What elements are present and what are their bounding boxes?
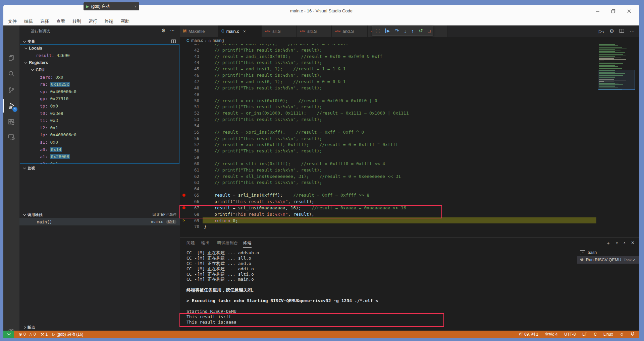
run-debug-icon[interactable]: 1 xyxy=(3,99,19,113)
gutter-glyph-margin[interactable] xyxy=(180,211,189,217)
gutter-glyph-margin[interactable] xyxy=(180,129,189,135)
gutter-glyph-margin[interactable] xyxy=(180,173,189,180)
code-line-52[interactable]: 52 // result = or_ins(0x1000, 0x1111); /… xyxy=(180,110,639,116)
breadcrumb-symbol[interactable]: main() xyxy=(213,38,224,43)
gutter-glyph-margin[interactable] xyxy=(180,135,189,142)
gutter-glyph-margin[interactable] xyxy=(180,123,189,129)
register-row-s1[interactable]: s1:0x0 xyxy=(20,139,179,146)
stack-frame-row[interactable]: main() main.c 69:1 xyxy=(19,218,180,225)
terminal-dropdown-icon[interactable]: ∨ xyxy=(616,241,618,246)
remote-explorer-icon[interactable] xyxy=(3,130,19,144)
code-line-48[interactable]: 48 // printf("This result is:%d\n", resu… xyxy=(180,85,639,91)
code-line-49[interactable]: 49 xyxy=(180,91,639,97)
gutter-glyph-margin[interactable] xyxy=(180,110,189,116)
register-row-fp[interactable]: fp:0x408006e0 xyxy=(20,131,179,139)
variable-row-result[interactable]: result:43690 xyxy=(20,52,179,59)
split-editor-icon[interactable] xyxy=(620,28,624,34)
eol[interactable]: LF xyxy=(582,332,587,337)
close-panel-icon[interactable]: ✕ xyxy=(631,240,635,246)
gutter-glyph-margin[interactable] xyxy=(180,47,189,53)
terminal-output[interactable]: CC -[M] 正在构建 ... addsub.oCC -[M] 正在构建 ..… xyxy=(186,250,378,325)
register-row-sp[interactable]: sp:0x408006c0 xyxy=(20,88,179,95)
menu-item-4[interactable]: 转到 xyxy=(72,18,81,24)
gutter-glyph-margin[interactable] xyxy=(180,198,189,205)
remote-indicator[interactable]: >< xyxy=(3,331,14,338)
step-over-icon[interactable]: ↷ xyxy=(395,28,399,34)
code-line-42[interactable]: 42 // printf("This result is:%d\n", resu… xyxy=(180,47,639,53)
gutter-glyph-margin[interactable] xyxy=(180,60,189,66)
code-line-58[interactable]: 58 // printf("This result is:%x\n", resu… xyxy=(180,148,639,154)
maximize-button[interactable] xyxy=(611,9,615,13)
register-row-a1[interactable]: a1:0x28008 xyxy=(20,153,179,160)
code-line-53[interactable]: 53 // printf("This result is:%x\n", resu… xyxy=(180,116,639,123)
gutter-glyph-margin[interactable] xyxy=(180,53,189,60)
code-line-65[interactable]: 65 result = srli_ins(0xffff); //result =… xyxy=(180,192,639,198)
cursor-position[interactable]: 行 69, 列 1 xyxy=(519,332,538,337)
debug-session-status[interactable]: ▷(gdb) 启动 (16) xyxy=(52,332,84,337)
problems-status[interactable]: ⊗0 △0 xyxy=(19,332,36,337)
code-line-64[interactable]: 64 xyxy=(180,186,639,192)
extensions-icon[interactable] xyxy=(3,115,19,129)
debug-settings-gear-icon[interactable]: ⚙ xyxy=(161,28,166,33)
close-icon[interactable]: × xyxy=(243,29,246,34)
os-indicator[interactable]: Linux xyxy=(603,332,613,337)
explorer-icon[interactable] xyxy=(3,52,19,65)
indentation[interactable]: 空格: 4 xyxy=(545,332,557,337)
gutter-glyph-margin[interactable] xyxy=(180,205,189,211)
tree-group-registers[interactable]: Registers xyxy=(20,59,179,66)
tab-main.c[interactable]: Cmain.c× xyxy=(218,25,262,37)
breakpoint-icon[interactable] xyxy=(182,206,185,209)
gutter-glyph-margin[interactable] xyxy=(180,180,189,186)
gutter-glyph-margin[interactable] xyxy=(180,192,189,198)
terminal-instance-Run RISCV-QEMU[interactable]: ⚒Run RISCV-QEMUTask✓ xyxy=(577,256,639,264)
code-line-62[interactable]: 62 // result = sll_ins(0xeeeeeeee, 31); … xyxy=(180,173,639,180)
tree-group-locals[interactable]: Locals xyxy=(20,45,179,52)
code-line-51[interactable]: 51 // printf("This result is:%x\n", resu… xyxy=(180,104,639,110)
register-row-t2[interactable]: t2:0x1 xyxy=(20,124,179,132)
code-line-60[interactable]: 60 // result = slli_ins(0xffff); //resul… xyxy=(180,160,639,167)
panel-tab-调试控制台[interactable]: 调试控制台 xyxy=(217,240,238,246)
code-editor[interactable]: 41 // result = andi_ins(2); //result = 2… xyxy=(180,41,639,237)
minimap[interactable] xyxy=(598,41,635,141)
gutter-glyph-margin[interactable] xyxy=(180,160,189,167)
watch-section-header[interactable]: 监视 xyxy=(19,164,180,172)
step-into-icon[interactable]: ↓ xyxy=(404,28,407,34)
start-debug-icon[interactable]: ▶ xyxy=(86,4,89,9)
variables-tree[interactable]: Localsresult:43690RegistersCPUzero:0x0ra… xyxy=(20,44,179,164)
code-line-45[interactable]: 45 // result = and_ins(1, 1); //result =… xyxy=(180,66,639,72)
gutter-glyph-margin[interactable] xyxy=(180,104,189,110)
menu-item-0[interactable]: 文件 xyxy=(8,18,17,24)
gutter-glyph-margin[interactable]: ▷ xyxy=(180,217,189,224)
run-or-debug-icon[interactable]: ▷∨ xyxy=(599,28,604,34)
gutter-glyph-margin[interactable] xyxy=(180,72,189,78)
tab-slti.S[interactable]: ASMslti.S xyxy=(297,25,332,37)
register-row-a0[interactable]: a0:0x14 xyxy=(20,146,179,153)
menu-item-2[interactable]: 选择 xyxy=(40,18,49,24)
register-row-tp[interactable]: tp:0x0 xyxy=(20,103,179,110)
restart-icon[interactable]: ↺ xyxy=(419,28,423,34)
panel-tab-问题[interactable]: 问题 xyxy=(186,240,195,246)
code-line-54[interactable]: 54 xyxy=(180,123,639,129)
minimize-button[interactable] xyxy=(595,9,600,13)
code-line-69[interactable]: ▷69 return 0; xyxy=(180,217,639,224)
source-control-icon[interactable] xyxy=(3,83,19,96)
continue-icon[interactable]: ▶ xyxy=(385,28,390,33)
code-line-63[interactable]: 63 // printf("This result is:%x\n", resu… xyxy=(180,180,639,186)
code-line-46[interactable]: 46 // printf("This result is:%d\n", resu… xyxy=(180,72,639,78)
menu-item-7[interactable]: 帮助 xyxy=(121,18,129,24)
debug-config-dropdown[interactable]: ▶ (gdb) 启动 ∨ xyxy=(84,2,139,10)
gutter-glyph-margin[interactable] xyxy=(180,78,189,85)
breakpoints-section-header[interactable]: 断点 xyxy=(19,323,180,331)
tasks-status[interactable]: ⚒1 xyxy=(41,332,48,337)
code-line-43[interactable]: 43 // result = andi_ins(0xf0f0); //resul… xyxy=(180,53,639,60)
gutter-glyph-margin[interactable] xyxy=(180,97,189,104)
step-out-icon[interactable]: ↑ xyxy=(411,28,414,34)
search-icon[interactable] xyxy=(3,67,19,80)
gutter-glyph-margin[interactable] xyxy=(180,116,189,123)
breadcrumb-file[interactable]: main.c xyxy=(191,38,203,43)
gutter-glyph-margin[interactable] xyxy=(180,85,189,91)
code-line-44[interactable]: 44 // printf("This result is:%x\n", resu… xyxy=(180,60,639,66)
gutter-glyph-margin[interactable] xyxy=(180,186,189,192)
terminal-instance-bash[interactable]: >bash xyxy=(577,249,639,256)
code-line-57[interactable]: 57 // result = xor_ins(0xffff, 0xffff); … xyxy=(180,142,639,148)
